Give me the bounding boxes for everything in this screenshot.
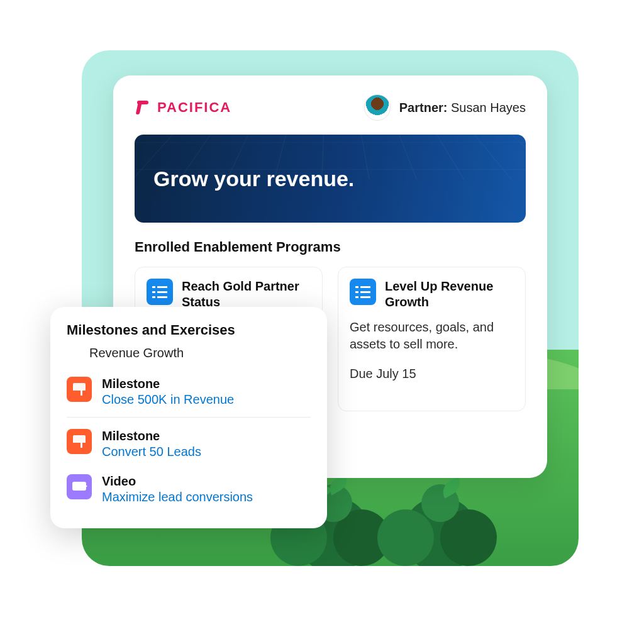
item-type: Milestone xyxy=(102,377,234,391)
partner-label: Partner: xyxy=(399,101,448,114)
brand: PACIFICA xyxy=(135,99,355,116)
item-type: Video xyxy=(102,474,253,489)
program-title: Level Up Revenue Growth xyxy=(385,279,514,310)
brand-name: PACIFICA xyxy=(157,99,231,116)
milestone-item[interactable]: Milestone Convert 50 Leads xyxy=(67,417,311,467)
avatar[interactable] xyxy=(364,94,391,121)
flag-icon xyxy=(67,429,92,454)
milestones-title: Milestones and Exercises xyxy=(67,322,311,338)
bush-graphic xyxy=(377,472,503,566)
item-link[interactable]: Convert 50 Leads xyxy=(102,445,201,459)
item-type: Milestone xyxy=(102,429,201,443)
program-due: Due July 15 xyxy=(350,367,514,381)
hero-banner: Grow your revenue. xyxy=(135,135,526,223)
partner-name: Susan Hayes xyxy=(451,101,526,114)
milestones-card: Milestones and Exercises Revenue Growth … xyxy=(50,307,327,528)
item-link[interactable]: Close 500K in Revenue xyxy=(102,392,234,407)
program-title: Reach Gold Partner Status xyxy=(182,279,311,310)
card-header: PACIFICA Partner: Susan Hayes xyxy=(135,94,526,121)
video-icon xyxy=(67,474,92,499)
partner-line: Partner: Susan Hayes xyxy=(399,101,526,115)
checklist-icon xyxy=(147,279,173,305)
milestones-subtitle: Revenue Growth xyxy=(89,346,311,360)
item-link[interactable]: Maximize lead conversions xyxy=(102,490,253,504)
section-title: Enrolled Enablement Programs xyxy=(135,239,526,255)
flag-icon xyxy=(67,377,92,402)
milestone-item[interactable]: Milestone Close 500K in Revenue xyxy=(67,369,311,414)
hero-title: Grow your revenue. xyxy=(153,167,354,191)
checklist-icon xyxy=(350,279,376,305)
brand-logo-icon xyxy=(135,99,151,116)
program-card-level-up[interactable]: Level Up Revenue Growth Get resources, g… xyxy=(338,267,526,411)
program-description: Get resources, goals, and assets to sell… xyxy=(350,319,514,353)
milestone-item[interactable]: Video Maximize lead conversions xyxy=(67,467,311,512)
